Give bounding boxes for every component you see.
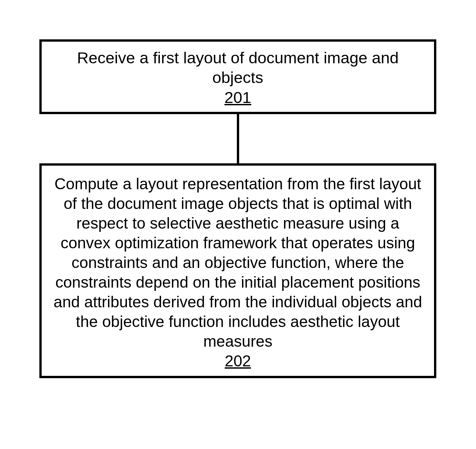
step-reference-number: 201 bbox=[224, 88, 251, 107]
flowchart-container: Receive a first layout of document image… bbox=[39, 39, 436, 378]
flow-connector bbox=[237, 114, 239, 163]
step-reference-number: 202 bbox=[225, 352, 251, 370]
step-text: Receive a first layout of document image… bbox=[52, 48, 424, 88]
step-text: Compute a layout representation from the… bbox=[52, 174, 424, 351]
flow-step-202: Compute a layout representation from the… bbox=[39, 163, 436, 378]
flow-step-201: Receive a first layout of document image… bbox=[39, 39, 436, 114]
